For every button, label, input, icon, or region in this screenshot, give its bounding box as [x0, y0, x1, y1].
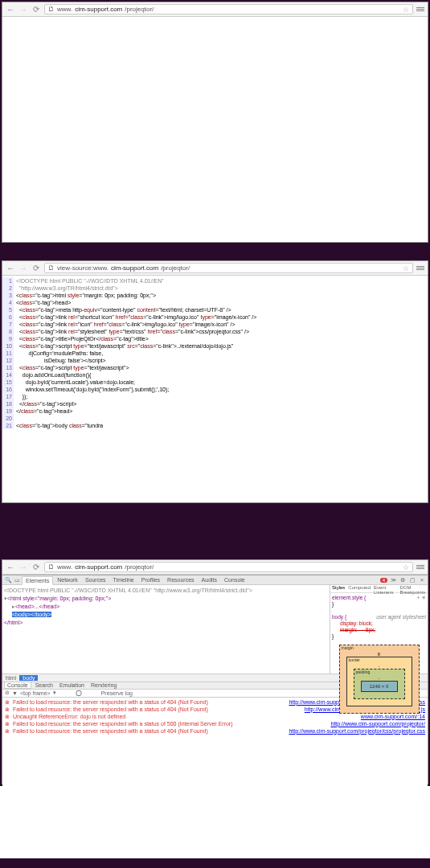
page-icon: 🗋 — [48, 6, 55, 13]
filter-icon[interactable]: ▼ — [12, 690, 18, 696]
source-line: 21<class="c-tag">body class="tundra — [2, 422, 428, 429]
source-line: 9 <class="c-tag">title>ProjeQtOr</class=… — [2, 335, 428, 342]
dom-body-selected[interactable]: <body></body> — [12, 612, 51, 617]
address-bar: ← → ⟳ 🗋 view-source:www.cim-support.com/… — [2, 261, 428, 276]
bookmark-icon[interactable]: ☆ — [403, 6, 409, 14]
side-tab-computed[interactable]: Computed — [346, 585, 372, 592]
drawer-icon[interactable]: ≫ — [389, 576, 397, 584]
source-line: 14 dojo.addOnLoad(function(){ — [2, 371, 428, 379]
devtools-tab-console[interactable]: Console — [221, 576, 248, 583]
dock-icon[interactable]: ▢ — [408, 576, 416, 584]
error-badge[interactable]: 4 — [380, 578, 387, 583]
side-tab-event-listeners[interactable]: Event Listeners — [372, 585, 398, 592]
prop-display: display: block; — [340, 620, 373, 626]
source-line: 3<class="c-tag">html style="margin: 0px;… — [2, 292, 428, 299]
forward-button[interactable]: → — [18, 563, 28, 572]
drawer-tab-emulation[interactable]: Emulation — [57, 682, 87, 688]
browser-window-3: ← → ⟳ 🗋 www.cim-support.com/projeqtor/ ☆… — [2, 559, 428, 784]
url-input[interactable]: 🗋 www.cim-support.com/projeqtor/ ☆ — [44, 4, 413, 14]
forward-button[interactable]: → — [18, 264, 28, 273]
devtools-tabbar: 🔍 ▭ ElementsNetworkSourcesTimelineProfil… — [2, 575, 428, 585]
error-icon — [5, 713, 13, 720]
error-message: Uncaught ReferenceError: dojo is not def… — [13, 713, 361, 720]
drawer-tab-console[interactable]: Console — [4, 682, 31, 689]
drawer-tab-rendering[interactable]: Rendering — [88, 682, 119, 688]
browser-window-2: ← → ⟳ 🗋 view-source:www.cim-support.com/… — [2, 260, 428, 503]
devtools-tab-audits[interactable]: Audits — [199, 576, 220, 583]
address-bar: ← → ⟳ 🗋 www.cim-support.com/projeqtor/ ☆ — [2, 560, 428, 575]
back-button[interactable]: ← — [6, 5, 15, 14]
devtools-tab-sources[interactable]: Sources — [82, 576, 109, 583]
error-message: Failed to load resource: the server resp… — [13, 720, 331, 727]
prop-margin: margin: → 8px; — [340, 627, 375, 633]
source-line: 17 }); — [2, 393, 428, 400]
source-line: 4<class="c-tag">head> — [2, 299, 428, 306]
page-icon: 🗋 — [48, 563, 55, 571]
error-icon — [5, 720, 13, 727]
menu-icon[interactable] — [416, 7, 424, 11]
source-line: 19</class="c-tag">head> — [2, 407, 428, 415]
style-close: } — [332, 601, 426, 608]
error-message: Failed to load resource: the server resp… — [13, 698, 289, 706]
bookmark-icon[interactable]: ☆ — [403, 264, 409, 272]
source-line: 7 <class="c-tag">link rel="icon" href="c… — [2, 321, 428, 328]
url-input[interactable]: 🗋 www.cim-support.com/projeqtor/ ☆ — [44, 562, 413, 572]
side-tab-styles[interactable]: Styles — [330, 585, 346, 592]
url-path: /projeqtor/ — [125, 6, 154, 13]
preserve-log-label: Preserve log — [101, 690, 133, 696]
console-error-line: Failed to load resource: the server resp… — [2, 720, 428, 727]
source-line: 8 <class="c-tag">link rel="stylesheet" t… — [2, 328, 428, 335]
crumb-body[interactable]: body — [19, 675, 38, 681]
devtools-tab-timeline[interactable]: Timeline — [110, 576, 137, 583]
ua-label: user agent stylesheet — [376, 614, 426, 620]
menu-icon[interactable] — [416, 266, 424, 270]
reload-button[interactable]: ⟳ — [31, 5, 41, 14]
error-icon — [5, 727, 13, 735]
source-line: 20 — [2, 415, 428, 422]
source-line: 11 djConfig='modulePaths: false, — [2, 350, 428, 357]
bookmark-icon[interactable]: ☆ — [403, 563, 409, 571]
page-icon: 🗋 — [48, 264, 55, 272]
settings-icon[interactable]: ⚙ — [399, 576, 407, 584]
box-content: 1246 × 0 — [361, 681, 398, 692]
menu-icon[interactable] — [416, 565, 424, 569]
devtools-tab-resources[interactable]: Resources — [164, 576, 197, 583]
url-host: cim-support.com — [75, 563, 122, 571]
url-input[interactable]: 🗋 view-source:www.cim-support.com/projeq… — [44, 263, 413, 273]
dom-html[interactable]: <html style="margin: 0px; padding: 0px;"… — [7, 596, 111, 601]
body-selector: body { — [332, 614, 346, 620]
back-button[interactable]: ← — [6, 264, 15, 273]
url-path: /projeqtor/ — [161, 264, 190, 272]
preserve-log-checkbox[interactable] — [59, 690, 99, 696]
forward-button[interactable]: → — [18, 5, 28, 14]
close-icon[interactable]: × — [418, 576, 426, 584]
style-rules[interactable]: element.style {+ ☀ } body {user agent st… — [330, 593, 428, 641]
device-icon[interactable]: ▭ — [13, 576, 21, 584]
devtools-panel: 🔍 ▭ ElementsNetworkSourcesTimelineProfil… — [2, 575, 428, 787]
back-button[interactable]: ← — [6, 563, 15, 572]
dom-html-close: </html> — [4, 620, 23, 625]
dom-head[interactable]: <head>...</head> — [15, 604, 59, 609]
address-bar: ← → ⟳ 🗋 www.cim-support.com/projeqtor/ ☆ — [2, 2, 428, 17]
frame-select[interactable]: <top frame> — [20, 690, 51, 696]
devtools-tab-network[interactable]: Network — [54, 576, 81, 583]
dom-tree[interactable]: <!DOCTYPE html PUBLIC "-//W3C//DTD XHTML… — [2, 585, 330, 674]
drawer-tab-search[interactable]: Search — [33, 682, 55, 688]
reload-button[interactable]: ⟳ — [31, 563, 41, 572]
url-path: /projeqtor/ — [125, 563, 154, 571]
error-source-link[interactable]: http://www.cim-support.com/projeqtor/ — [331, 720, 426, 727]
error-message: Failed to load resource: the server resp… — [13, 727, 289, 735]
crumb-html[interactable]: html — [2, 675, 19, 681]
clear-icon[interactable]: ⊘ — [5, 690, 10, 696]
inspect-icon[interactable]: 🔍 — [4, 576, 12, 584]
source-line: 5 <class="c-tag">meta http-equiv="conten… — [2, 306, 428, 313]
devtools-tab-profiles[interactable]: Profiles — [138, 576, 163, 583]
error-message: Failed to load resource: the server resp… — [13, 706, 305, 713]
error-source-link[interactable]: http://www.cim-support.com/projeqtor/css… — [289, 727, 425, 735]
source-line: 13 <class="c-tag">script type="text/java… — [2, 364, 428, 371]
reload-button[interactable]: ⟳ — [31, 264, 41, 273]
side-tab-dom-breakpoints[interactable]: DOM Breakpoints — [398, 585, 428, 592]
devtools-tab-elements[interactable]: Elements — [22, 576, 53, 585]
style-selector: element.style { — [332, 595, 366, 600]
source-line: 18 </class="c-tag">script> — [2, 400, 428, 407]
